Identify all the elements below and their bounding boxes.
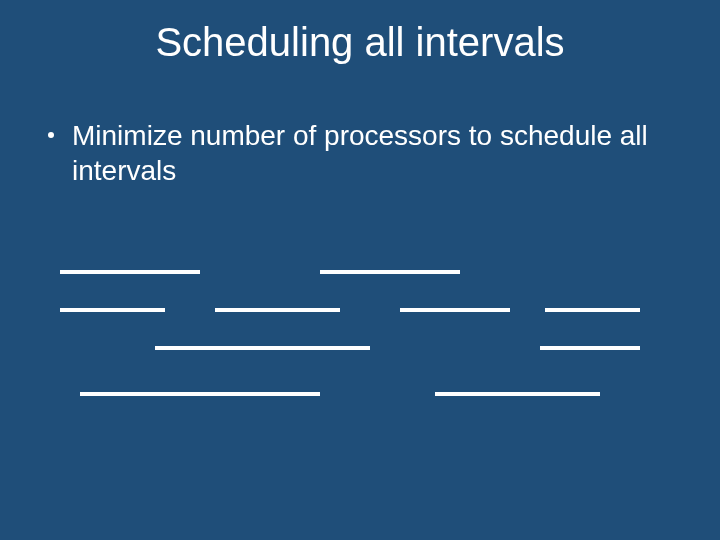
interval-bar <box>215 308 340 312</box>
slide: Scheduling all intervals Minimize number… <box>0 0 720 540</box>
interval-bar <box>400 308 510 312</box>
interval-bar <box>320 270 460 274</box>
interval-bar <box>540 346 640 350</box>
interval-bar <box>60 270 200 274</box>
interval-bar <box>545 308 640 312</box>
interval-bar <box>435 392 600 396</box>
interval-diagram <box>0 0 720 540</box>
interval-bar <box>80 392 320 396</box>
interval-bar <box>60 308 165 312</box>
interval-bar <box>155 346 370 350</box>
